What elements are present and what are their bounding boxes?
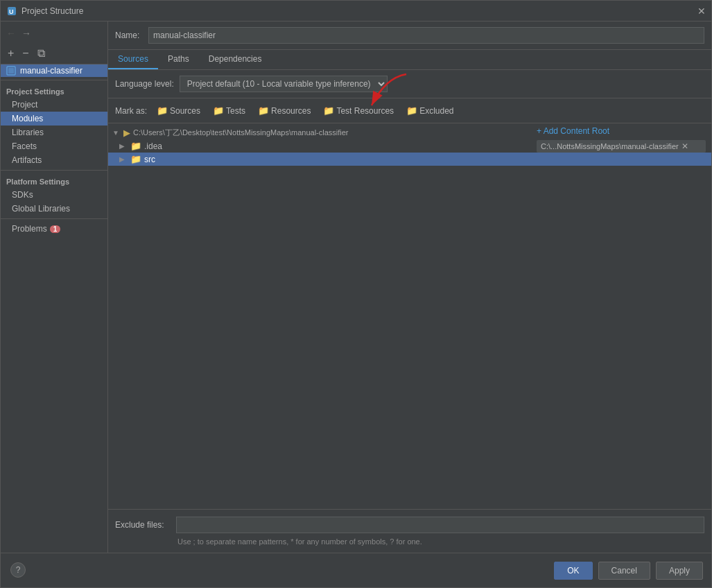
forward-button[interactable]: → [20, 26, 33, 40]
test-resources-folder-icon: 📁 [323, 105, 334, 116]
tab-sources[interactable]: Sources [108, 50, 158, 69]
mark-test-resources-button[interactable]: 📁 Test Resources [320, 104, 397, 117]
tree-item-idea-label: .idea [144, 141, 162, 151]
content-root-close-button[interactable]: ✕ [681, 141, 688, 151]
language-level-label: Language level: [115, 79, 174, 89]
svg-rect-3 [8, 68, 14, 74]
mark-as-row: Mark as: 📁 Sources 📁 Tests 📁 Resources 📁… [108, 98, 711, 123]
app-icon: U [6, 6, 17, 17]
language-level-row: Language level: Project default (10 - Lo… [108, 70, 711, 98]
sidebar-item-problems[interactable]: Problems 1 [1, 222, 107, 236]
module-item[interactable]: manual-classifier [1, 64, 107, 77]
name-input[interactable] [148, 27, 704, 44]
sidebar-item-sdks[interactable]: SDKs [1, 188, 107, 202]
mark-excluded-button[interactable]: 📁 Excluded [403, 104, 456, 117]
cancel-button[interactable]: Cancel [598, 562, 650, 580]
idea-folder-icon: 📁 [130, 141, 141, 151]
title-bar: U Project Structure ✕ [1, 1, 711, 21]
content-root-path: C:\...NottsMissingMaps\manual-classifier [541, 142, 679, 150]
tree-root-label: C:\Users\丁乙\Desktop\test\NottsMissingMap… [133, 128, 349, 138]
language-level-select[interactable]: Project default (10 - Local variable typ… [180, 76, 388, 92]
name-row: Name: [108, 21, 711, 50]
bottom-section: Exclude files: Use ; to separate name pa… [108, 509, 711, 553]
remove-module-button[interactable]: − [19, 46, 31, 61]
content-root-path-row: C:\...NottsMissingMaps\manual-classifier… [537, 140, 706, 153]
close-button[interactable]: ✕ [697, 6, 706, 17]
sources-folder-icon: 📁 [157, 105, 168, 116]
sidebar-item-libraries[interactable]: Libraries [1, 126, 107, 139]
ok-button[interactable]: OK [554, 562, 592, 580]
tree-toggle-root[interactable]: ▼ [112, 129, 121, 137]
mark-resources-button[interactable]: 📁 Resources [255, 104, 313, 117]
sidebar-item-global-libraries[interactable]: Global Libraries [1, 202, 107, 216]
mark-sources-button[interactable]: 📁 Sources [154, 104, 203, 117]
excluded-folder-icon: 📁 [406, 105, 417, 116]
problems-badge: 1 [50, 225, 61, 233]
resources-folder-icon: 📁 [258, 105, 269, 116]
svg-text:U: U [9, 8, 14, 15]
sidebar: ← → + − ⧉ manual-classifier Project Sett… [1, 21, 108, 553]
dialog-footer: ? OK Cancel Apply [1, 553, 711, 587]
tree-item-src-label: src [144, 155, 155, 164]
tree-toggle-idea[interactable]: ▶ [119, 142, 128, 150]
add-module-button[interactable]: + [5, 46, 17, 61]
copy-module-button[interactable]: ⧉ [35, 46, 48, 61]
module-toolbar: + − ⧉ [1, 42, 107, 64]
src-folder-icon: 📁 [130, 154, 141, 164]
sidebar-item-artifacts[interactable]: Artifacts [1, 153, 107, 167]
content-root-panel: + Add Content Root C:\...NottsMissingMap… [531, 123, 711, 155]
platform-settings-label: Platform Settings [1, 173, 107, 188]
root-folder-icon: ▶ [123, 128, 130, 138]
exclude-files-label: Exclude files: [115, 520, 171, 530]
exclude-files-row: Exclude files: [115, 517, 704, 533]
name-label: Name: [115, 31, 143, 40]
sidebar-item-project[interactable]: Project [1, 98, 107, 112]
exclude-files-hint: Use ; to separate name patterns, * for a… [115, 537, 704, 546]
apply-button[interactable]: Apply [656, 562, 703, 580]
tests-folder-icon: 📁 [213, 105, 224, 116]
module-icon [6, 66, 16, 76]
sidebar-item-modules[interactable]: Modules [1, 112, 107, 126]
module-name: manual-classifier [20, 66, 83, 76]
right-panel: Name: Sources Paths Dependencies Languag… [108, 21, 711, 553]
help-button[interactable]: ? [10, 562, 26, 578]
tab-dependencies[interactable]: Dependencies [199, 50, 272, 69]
title-bar-text: Project Structure [21, 6, 83, 16]
tab-paths[interactable]: Paths [158, 50, 199, 69]
exclude-files-input[interactable] [176, 517, 704, 533]
mark-as-label: Mark as: [115, 106, 147, 116]
tree-toggle-src[interactable]: ▶ [119, 155, 128, 163]
nav-arrows: ← → [1, 24, 107, 42]
add-content-root-button[interactable]: + Add Content Root [537, 126, 706, 136]
file-tree: ▼ ▶ C:\Users\丁乙\Desktop\test\NottsMissin… [108, 123, 711, 509]
mark-tests-button[interactable]: 📁 Tests [210, 104, 248, 117]
project-settings-label: Project Settings [1, 83, 107, 98]
tabs-bar: Sources Paths Dependencies [108, 50, 711, 70]
sidebar-item-facets[interactable]: Facets [1, 139, 107, 153]
back-button[interactable]: ← [5, 26, 17, 40]
